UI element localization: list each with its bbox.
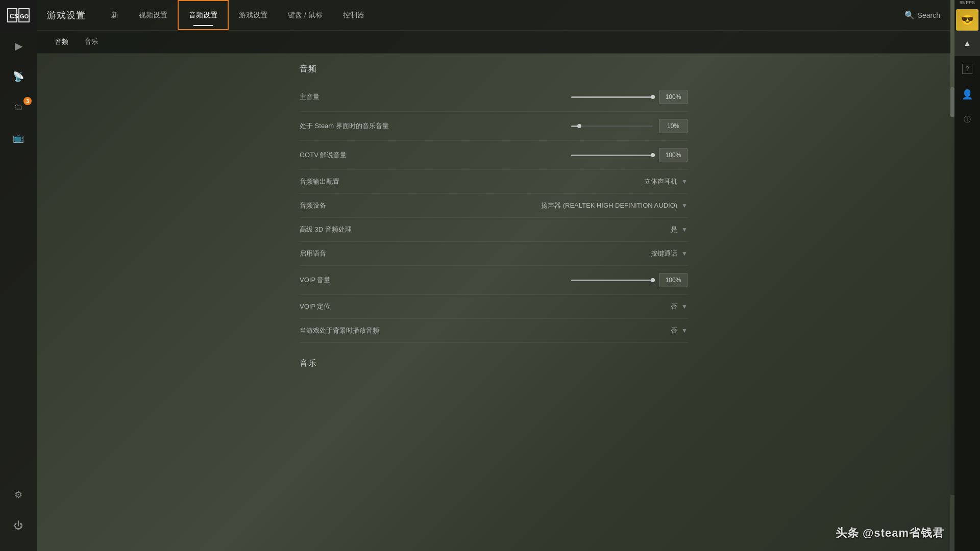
audio-section: 音频 主音量 100% 处于 Steam 界面时的音乐音量 <box>289 64 698 343</box>
csgo-logo[interactable]: CS GO <box>0 0 37 31</box>
gotv-label: GOTV 解说音量 <box>300 151 412 160</box>
3d-audio-label: 高级 3D 音频处理 <box>300 225 412 234</box>
3d-audio-arrow: ▼ <box>681 226 688 233</box>
master-volume-label: 主音量 <box>300 92 412 102</box>
steam-music-control: 10% <box>412 119 688 133</box>
tab-keyboard[interactable]: 键盘 / 鼠标 <box>278 0 333 30</box>
audio-device-label: 音频设备 <box>300 201 412 210</box>
gotv-thumb[interactable] <box>651 153 655 157</box>
master-volume-control: 100% <box>412 90 688 104</box>
audio-device-value: 扬声器 (REALTEK HIGH DEFINITION AUDIO) <box>541 201 677 210</box>
voip-pos-dropdown[interactable]: 否 ▼ <box>671 302 688 311</box>
right-sidebar: 95 FPS 😎 ▲ ? 👤 ⓘ <box>954 0 980 551</box>
audio-section-title: 音频 <box>300 64 688 74</box>
voip-volume-track[interactable] <box>571 280 653 281</box>
audio-device-control: 扬声器 (REALTEK HIGH DEFINITION AUDIO) ▼ <box>412 201 688 210</box>
voip-pos-control: 否 ▼ <box>412 302 688 311</box>
subtab-music[interactable]: 音乐 <box>77 31 106 53</box>
voice-arrow: ▼ <box>681 250 688 257</box>
play-icon: ▶ <box>15 40 22 52</box>
voip-pos-value: 否 <box>671 302 677 311</box>
audio-output-dropdown[interactable]: 立体声耳机 ▼ <box>644 177 688 186</box>
scrollbar-thumb[interactable] <box>950 87 954 117</box>
scrollbar-track[interactable] <box>950 87 954 495</box>
master-volume-slider-container: 100% <box>412 90 688 104</box>
chevron-up-icon: ▲ <box>963 39 971 48</box>
audio-output-control: 立体声耳机 ▼ <box>412 177 688 186</box>
setting-row-master-volume: 主音量 100% <box>300 83 688 112</box>
sidebar-item-settings[interactable]: ⚙ <box>0 480 37 510</box>
top-nav: 游戏设置 新 视频设置 音频设置 游戏设置 键盘 / 鼠标 控制器 🔍 Sear <box>37 0 950 31</box>
setting-row-3d-audio: 高级 3D 音频处理 是 ▼ <box>300 218 688 242</box>
audio-output-arrow: ▼ <box>681 178 688 185</box>
inventory-icon: 🗂 <box>14 102 23 113</box>
sidebar-item-tv[interactable]: 📺 <box>0 122 37 153</box>
steam-music-thumb[interactable] <box>577 124 581 128</box>
profile-icon: 👤 <box>962 89 973 100</box>
3d-audio-control: 是 ▼ <box>412 225 688 234</box>
setting-row-voip-volume: VOIP 音量 100% <box>300 266 688 295</box>
subtab-audio[interactable]: 音频 <box>47 31 77 53</box>
bg-audio-dropdown[interactable]: 否 ▼ <box>671 326 688 335</box>
voip-volume-thumb[interactable] <box>651 278 655 282</box>
right-nav-up[interactable]: ▲ <box>954 31 980 56</box>
tab-controller[interactable]: 控制器 <box>333 0 375 30</box>
gotv-slider-container: 100% <box>412 148 688 162</box>
sidebar-item-broadcast[interactable]: 📡 <box>0 61 37 92</box>
bg-audio-control: 否 ▼ <box>412 326 688 335</box>
voip-volume-control: 100% <box>412 273 688 287</box>
tab-audio[interactable]: 音频设置 <box>178 0 229 30</box>
fps-display: 95 FPS 😎 <box>954 0 980 31</box>
music-section-title: 音乐 <box>300 358 688 369</box>
voip-volume-slider-container: 100% <box>412 273 688 287</box>
steam-music-label: 处于 Steam 界面时的音乐音量 <box>300 121 412 131</box>
search-area[interactable]: 🔍 Search <box>904 10 940 20</box>
voip-pos-label: VOIP 定位 <box>300 302 412 311</box>
music-section: 音乐 <box>289 358 698 369</box>
master-volume-fill <box>571 96 653 98</box>
tab-game[interactable]: 游戏设置 <box>229 0 278 30</box>
3d-audio-dropdown[interactable]: 是 ▼ <box>671 225 688 234</box>
gotv-value: 100% <box>659 148 688 162</box>
voice-label: 启用语音 <box>300 249 412 258</box>
nav-tabs: 新 视频设置 音频设置 游戏设置 键盘 / 鼠标 控制器 <box>101 0 904 30</box>
gotv-fill <box>571 155 653 156</box>
sidebar-item-power[interactable]: ⏻ <box>0 510 37 541</box>
search-label: Search <box>918 11 940 19</box>
avatar[interactable]: 😎 <box>956 9 978 31</box>
master-volume-track[interactable] <box>571 96 653 98</box>
settings-content: 音频 主音量 100% 处于 Steam 界面时的音乐音量 <box>37 54 950 551</box>
gotv-control: 100% <box>412 148 688 162</box>
left-sidebar: CS GO ▶ 📡 🗂 3 📺 ⚙ ⏻ <box>0 0 37 551</box>
3d-audio-value: 是 <box>671 225 677 234</box>
right-nav-info[interactable]: ⓘ <box>954 107 980 133</box>
gotv-track[interactable] <box>571 155 653 156</box>
tab-new[interactable]: 新 <box>101 0 129 30</box>
tv-icon: 📺 <box>13 132 24 143</box>
right-nav-profile[interactable]: 👤 <box>954 82 980 107</box>
setting-row-steam-music: 处于 Steam 界面时的音乐音量 10% <box>300 112 688 141</box>
setting-row-audio-device: 音频设备 扬声器 (REALTEK HIGH DEFINITION AUDIO)… <box>300 194 688 218</box>
voip-volume-value: 100% <box>659 273 688 287</box>
audio-output-label: 音频输出配置 <box>300 177 412 186</box>
info-icon: ⓘ <box>964 115 971 124</box>
voice-value: 按键通话 <box>651 249 677 258</box>
audio-device-arrow: ▼ <box>681 202 688 209</box>
right-nav-help[interactable]: ? <box>954 56 980 82</box>
inventory-badge: 3 <box>23 97 32 105</box>
sidebar-item-play[interactable]: ▶ <box>0 31 37 61</box>
master-volume-thumb[interactable] <box>651 95 655 99</box>
bg-audio-label: 当游戏处于背景时播放音频 <box>300 326 412 335</box>
voip-volume-fill <box>571 280 653 281</box>
voice-dropdown[interactable]: 按键通话 ▼ <box>651 249 688 258</box>
master-volume-value: 100% <box>659 90 688 104</box>
audio-device-dropdown[interactable]: 扬声器 (REALTEK HIGH DEFINITION AUDIO) ▼ <box>541 201 688 210</box>
broadcast-icon: 📡 <box>13 71 24 82</box>
setting-row-bg-audio: 当游戏处于背景时播放音频 否 ▼ <box>300 319 688 343</box>
svg-text:CS: CS <box>10 13 18 20</box>
tab-video[interactable]: 视频设置 <box>129 0 178 30</box>
search-icon: 🔍 <box>904 10 915 20</box>
help-icon: ? <box>962 64 972 74</box>
steam-music-track[interactable] <box>571 126 653 127</box>
sidebar-item-inventory[interactable]: 🗂 3 <box>0 92 37 122</box>
